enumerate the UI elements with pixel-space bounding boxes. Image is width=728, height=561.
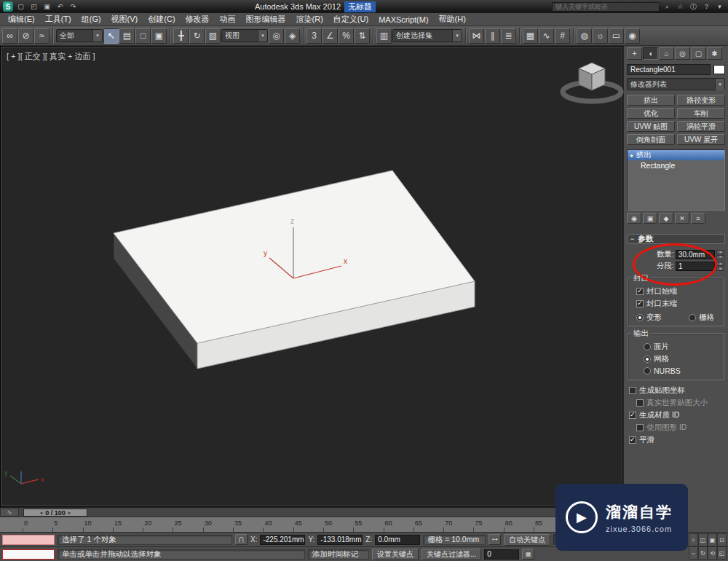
- unlink-selection-button[interactable]: ⊘: [18, 28, 33, 44]
- extrude-button[interactable]: 挤出: [627, 95, 675, 106]
- configure-modifier-sets-button[interactable]: ≡: [691, 213, 705, 224]
- rectangular-selection-region-button[interactable]: □: [135, 28, 151, 44]
- motion-tab[interactable]: ◎: [675, 47, 690, 60]
- uvw-map-button[interactable]: UVW 贴图: [627, 121, 675, 132]
- menu-graph-editors[interactable]: 图形编辑器: [241, 13, 291, 26]
- mesh-radio[interactable]: [644, 356, 651, 363]
- set-keys-button[interactable]: ⊶: [488, 534, 501, 545]
- menu-tools[interactable]: 工具(T): [40, 13, 76, 26]
- make-unique-button[interactable]: ◆: [659, 213, 673, 224]
- modifier-stack[interactable]: ● 挤出 Rectangle: [627, 149, 725, 211]
- display-tab[interactable]: ▢: [691, 47, 706, 60]
- auto-key-button[interactable]: 自动关键点: [504, 534, 550, 546]
- use-shape-ids-checkbox[interactable]: [636, 424, 644, 431]
- communication-center-icon[interactable]: ⓘ: [688, 1, 699, 12]
- stack-item-extrude[interactable]: ● 挤出: [628, 150, 724, 160]
- edit-named-selection-sets-button[interactable]: ▥: [376, 28, 392, 44]
- select-and-link-button[interactable]: ∞: [2, 28, 17, 44]
- orbit-view-button[interactable]: ↻: [698, 546, 708, 560]
- modify-tab[interactable]: ◖: [643, 47, 658, 60]
- turbosmooth-button[interactable]: 涡轮平滑: [677, 121, 725, 132]
- select-by-name-button[interactable]: ▤: [119, 28, 135, 44]
- viewport-canvas[interactable]: z y x x y: [1, 47, 624, 508]
- amount-spinner[interactable]: ▲▼: [716, 250, 724, 259]
- amount-field[interactable]: 30.0mm: [676, 250, 715, 259]
- y-coord-field[interactable]: -133.018mm: [317, 535, 363, 545]
- layer-manager-button[interactable]: ≣: [501, 28, 516, 44]
- percent-snap-toggle[interactable]: %: [339, 28, 354, 44]
- utilities-tab[interactable]: ✱: [707, 47, 722, 60]
- set-key-button[interactable]: 设置关键点: [372, 549, 419, 560]
- object-color-swatch[interactable]: [713, 65, 725, 74]
- zoom-region-button[interactable]: ⊡: [717, 533, 727, 546]
- menu-help[interactable]: 帮助(H): [434, 13, 471, 26]
- mirror-button[interactable]: ⋈: [469, 28, 484, 44]
- material-editor-button[interactable]: ◍: [577, 28, 592, 44]
- box-object[interactable]: [114, 170, 475, 369]
- nurbs-radio[interactable]: [644, 367, 651, 374]
- angle-snap-toggle[interactable]: ∠: [323, 28, 338, 44]
- menu-edit[interactable]: 编辑(E): [3, 13, 40, 26]
- selection-filter-dropdown[interactable]: 全部 ▾: [56, 29, 103, 42]
- redo-button[interactable]: ↷: [68, 1, 79, 12]
- graphite-ribbon-toggle[interactable]: ▦: [523, 28, 538, 44]
- zoom-extents-button[interactable]: ▣: [708, 533, 717, 546]
- show-end-result-button[interactable]: ▣: [643, 213, 657, 224]
- bevel-profile-button[interactable]: 倒角剖面: [627, 134, 675, 145]
- use-pivot-center-button[interactable]: ◎: [269, 28, 284, 44]
- align-button[interactable]: ∥: [485, 28, 500, 44]
- menu-modifiers[interactable]: 修改器: [181, 13, 215, 26]
- maximize-viewport-toggle[interactable]: ◱: [717, 546, 727, 560]
- infocenter-search-input[interactable]: [552, 2, 660, 12]
- menu-rendering[interactable]: 渲染(R): [291, 13, 328, 26]
- select-and-move-button[interactable]: ╋: [173, 28, 189, 44]
- select-and-scale-button[interactable]: ▧: [205, 28, 221, 44]
- select-and-manipulate-button[interactable]: ◈: [285, 28, 300, 44]
- grid-radio[interactable]: [689, 314, 696, 321]
- open-file-button[interactable]: ◰: [28, 1, 39, 12]
- selection-lock-toggle[interactable]: ⋂: [235, 534, 248, 545]
- menu-group[interactable]: 组(G): [76, 13, 106, 26]
- zoom-all-button[interactable]: ◫: [698, 533, 708, 546]
- zoom-button[interactable]: ⌕: [689, 533, 698, 546]
- time-slider-track[interactable]: ∿ 0 / 100: [0, 507, 623, 517]
- smooth-checkbox[interactable]: [629, 436, 636, 444]
- object-name-field[interactable]: Rectangle001: [627, 64, 711, 75]
- bind-to-space-warp-button[interactable]: ≈: [34, 28, 50, 44]
- viewport-label[interactable]: [ + ][ 正交 ][ 真实 + 边面 ]: [7, 51, 95, 62]
- menu-animation[interactable]: 动画: [215, 13, 241, 26]
- cap-end-checkbox[interactable]: [636, 300, 644, 307]
- time-slider-handle[interactable]: 0 / 100: [23, 509, 87, 517]
- morph-radio[interactable]: [636, 314, 644, 321]
- parameters-rollout-header[interactable]: − 参数: [627, 234, 725, 244]
- time-configuration-button[interactable]: ▦: [522, 549, 534, 560]
- generate-material-ids-checkbox[interactable]: [629, 412, 636, 419]
- generate-mapping-coords-checkbox[interactable]: [629, 387, 636, 394]
- current-frame-field[interactable]: 0: [484, 549, 519, 560]
- track-bar-ruler[interactable]: 0 5 10 15 20 25 30 35 40 45 50 55 60 65 …: [0, 517, 623, 532]
- stack-item-rectangle[interactable]: Rectangle: [628, 160, 724, 170]
- save-file-button[interactable]: ▣: [41, 1, 52, 12]
- infocenter-menu-arrow-icon[interactable]: ▾: [714, 1, 725, 12]
- undo-button[interactable]: ↶: [55, 1, 66, 12]
- modifier-list-dropdown[interactable]: 修改器列表 ▾: [627, 78, 725, 90]
- modifier-on-off-icon[interactable]: ●: [630, 152, 633, 159]
- maxscript-listener-field[interactable]: [2, 549, 55, 560]
- segments-spinner[interactable]: ▲▼: [716, 262, 724, 271]
- optimize-button[interactable]: 优化: [627, 108, 675, 119]
- create-tab[interactable]: +: [627, 47, 642, 60]
- patch-radio[interactable]: [644, 343, 651, 350]
- open-mini-curve-editor-button[interactable]: ∿: [0, 508, 19, 517]
- menu-create[interactable]: 创建(C): [143, 13, 180, 26]
- curve-editor-button[interactable]: ∿: [539, 28, 554, 44]
- menu-customize[interactable]: 自定义(U): [328, 13, 373, 26]
- help-icon[interactable]: ?: [701, 1, 712, 12]
- rendered-frame-window-button[interactable]: ▭: [609, 28, 624, 44]
- quick-render-button[interactable]: ◉: [625, 28, 640, 44]
- z-coord-field[interactable]: 0.0mm: [375, 535, 420, 545]
- macro-recorder-field[interactable]: [2, 535, 55, 545]
- add-time-tag[interactable]: 添加时间标记: [308, 549, 369, 560]
- remove-modifier-button[interactable]: ✕: [675, 213, 689, 224]
- perspective-viewport[interactable]: [ + ][ 正交 ][ 真实 + 边面 ] z y x: [0, 46, 623, 507]
- window-crossing-toggle[interactable]: ▣: [151, 28, 167, 44]
